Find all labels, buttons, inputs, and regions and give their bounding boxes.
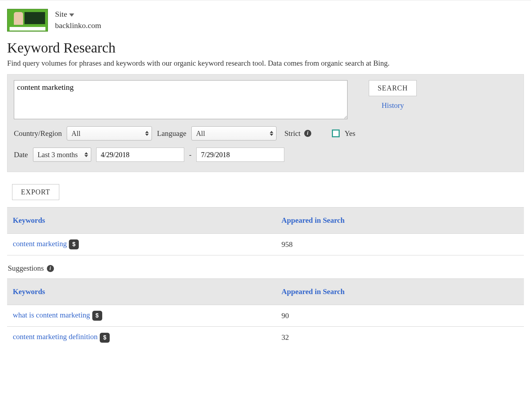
page-title: Keyword Research xyxy=(7,39,524,56)
page-description: Find query volumes for phrases and keywo… xyxy=(7,59,524,68)
history-link[interactable]: History xyxy=(382,101,404,110)
suggestions-heading: Suggestions i xyxy=(7,255,524,276)
column-header-keywords[interactable]: Keywords xyxy=(7,279,276,305)
dollar-icon[interactable]: $ xyxy=(69,239,79,249)
table-row: what is content marketing$90 xyxy=(7,305,524,327)
date-from-input[interactable] xyxy=(96,148,184,162)
column-header-appeared[interactable]: Appeared in Search xyxy=(276,279,524,305)
date-separator: - xyxy=(189,151,192,159)
language-label: Language xyxy=(157,129,186,138)
info-icon[interactable]: i xyxy=(304,130,311,137)
results-table: Keywords Appeared in Search content mark… xyxy=(7,207,524,255)
appeared-value: 958 xyxy=(276,234,524,255)
strict-label: Strict xyxy=(284,129,301,138)
column-header-appeared[interactable]: Appeared in Search xyxy=(276,208,524,234)
date-to-input[interactable] xyxy=(196,148,284,162)
language-select[interactable]: All xyxy=(191,126,277,140)
appeared-value: 90 xyxy=(276,305,524,327)
suggestions-label: Suggestions xyxy=(8,264,44,273)
strict-checkbox[interactable] xyxy=(332,129,340,137)
site-selector-block: Site backlinko.com xyxy=(55,9,101,30)
table-row: content marketing definition$32 xyxy=(7,327,524,348)
country-label: Country/Region xyxy=(14,129,62,138)
export-button[interactable]: EXPORT xyxy=(12,184,59,200)
caret-down-icon xyxy=(69,13,74,17)
stepper-icon xyxy=(84,152,88,157)
date-range-value: Last 3 months xyxy=(38,151,78,159)
search-panel: SEARCH History Country/Region All Langua… xyxy=(7,74,524,172)
keyword-input[interactable] xyxy=(14,80,347,119)
column-header-keywords[interactable]: Keywords xyxy=(7,208,276,234)
stepper-icon xyxy=(145,131,149,136)
keyword-link[interactable]: content marketing definition xyxy=(13,332,98,341)
country-value: All xyxy=(71,129,81,138)
site-dropdown-label: Site xyxy=(55,10,67,19)
date-label: Date xyxy=(14,150,28,159)
date-range-select[interactable]: Last 3 months xyxy=(33,148,91,162)
site-dropdown[interactable]: Site xyxy=(55,10,101,19)
search-button[interactable]: SEARCH xyxy=(369,80,417,96)
yes-label: Yes xyxy=(345,129,356,138)
site-header: Site backlinko.com xyxy=(7,0,524,32)
keyword-link[interactable]: what is content marketing xyxy=(13,311,90,319)
dollar-icon[interactable]: $ xyxy=(100,333,110,343)
site-thumbnail xyxy=(7,9,48,32)
keyword-link[interactable]: content marketing xyxy=(13,239,67,248)
dollar-icon[interactable]: $ xyxy=(92,311,102,321)
site-domain: backlinko.com xyxy=(55,21,101,30)
appeared-value: 32 xyxy=(276,327,524,348)
country-select[interactable]: All xyxy=(67,126,152,140)
table-row: content marketing$958 xyxy=(7,234,524,255)
info-icon[interactable]: i xyxy=(47,265,54,272)
language-value: All xyxy=(196,129,205,138)
suggestions-table: Keywords Appeared in Search what is cont… xyxy=(7,278,524,348)
stepper-icon xyxy=(270,131,273,136)
